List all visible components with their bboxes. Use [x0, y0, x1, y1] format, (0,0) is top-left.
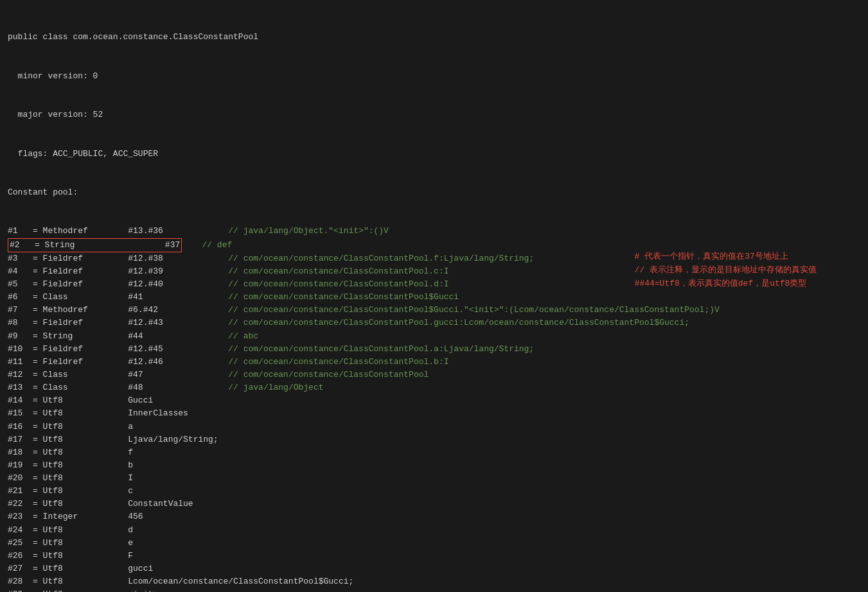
code-block: public class com.ocean.constance.ClassCo…: [0, 0, 868, 592]
entry-line: #13 = Class #48 // java/lang/Object: [8, 381, 860, 394]
header-line3: major version: 52: [8, 109, 860, 121]
header-line1: public class com.ocean.constance.ClassCo…: [8, 31, 860, 44]
entry-line: #19 = Utf8 b: [8, 459, 860, 472]
entry-line: #21 = Utf8 c: [8, 485, 860, 498]
entry-line: #8 = Fieldref #12.#43 // com/ocean/const…: [8, 317, 860, 329]
entry-line: #28 = Utf8 Lcom/ocean/constance/ClassCon…: [8, 575, 860, 588]
entry-line: #1 = Methodref #13.#36 // java/lang/Obje…: [8, 225, 860, 238]
entry-line: #14 = Utf8 Gucci: [8, 394, 860, 407]
entry-line: #12 = Class #47 // com/ocean/constance/C…: [8, 369, 860, 381]
entry-line: #24 = Utf8 d: [8, 524, 860, 537]
entry-line: #10 = Fieldref #12.#45 // com/ocean/cons…: [8, 343, 860, 356]
entry-line: #27 = Utf8 gucci: [8, 562, 860, 575]
entry-line: #25 = Utf8 e: [8, 537, 860, 550]
entry-line: #22 = Utf8 ConstantValue: [8, 498, 860, 510]
entry-line: #6 = Class #41 // com/ocean/constance/Cl…: [8, 291, 860, 304]
entry-line: #20 = Utf8 I: [8, 472, 860, 485]
annotation-line1: # 代表一个指针，真实的值在37号地址上: [635, 250, 817, 264]
entry-line: #26 = Utf8 F: [8, 550, 860, 562]
entry-line: #16 = Utf8 a: [8, 421, 860, 433]
header-line4: flags: ACC_PUBLIC, ACC_SUPER: [8, 148, 860, 161]
header-line2: minor version: 0: [8, 70, 860, 83]
annotation-line3: ##44=Utf8，表示真实的值def，是utf8类型: [635, 277, 817, 291]
entry-line: #29 = Utf8 <init>: [8, 588, 860, 592]
entry-line: #7 = Methodref #6.#42 // com/ocean/const…: [8, 304, 860, 317]
entry-line: #17 = Utf8 Ljava/lang/String;: [8, 433, 860, 446]
annotation-box: # 代表一个指针，真实的值在37号地址上 // 表示注释，显示的是目标地址中存储…: [635, 250, 817, 290]
entry-line: #18 = Utf8 f: [8, 446, 860, 459]
entry-line: #9 = String #44 // abc: [8, 330, 860, 343]
entry-line: #11 = Fieldref #12.#46 // com/ocean/cons…: [8, 356, 860, 369]
annotation-line2: // 表示注释，显示的是目标地址中存储的真实值: [635, 264, 817, 277]
entry-line: #15 = Utf8 InnerClasses: [8, 407, 860, 420]
header-line5: Constant pool:: [8, 186, 860, 199]
highlighted-entry: #2 = String #37: [8, 238, 182, 252]
entry-line: #23 = Integer 456: [8, 510, 860, 523]
